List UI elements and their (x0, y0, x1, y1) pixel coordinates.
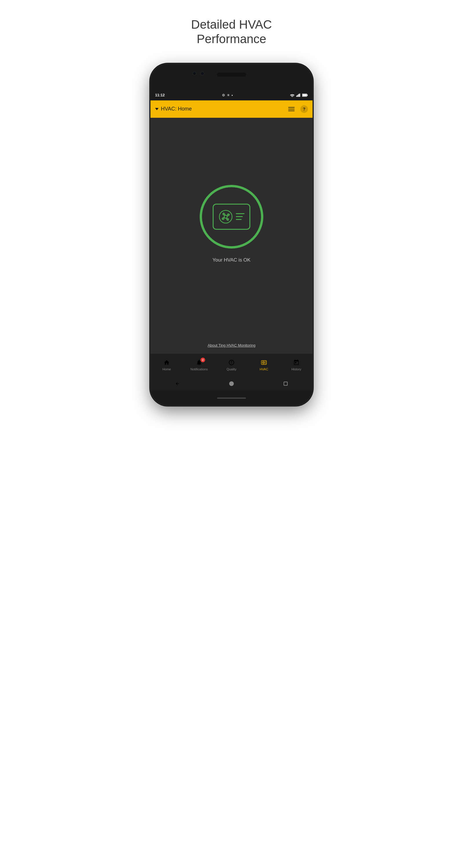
main-content: Your HVAC is OK About Ting HVAC Monitori… (151, 118, 312, 353)
dropdown-arrow-icon[interactable] (155, 108, 159, 110)
home-circle-icon (229, 381, 234, 386)
svg-point-11 (263, 362, 264, 363)
nav-item-quality[interactable]: Quality (215, 359, 248, 371)
back-button[interactable] (175, 381, 180, 386)
svg-rect-5 (307, 94, 308, 96)
system-nav (151, 376, 312, 391)
hvac-tab-icon (260, 359, 268, 366)
svg-rect-1 (297, 95, 298, 97)
front-camera (192, 71, 196, 75)
status-right-icons (290, 93, 308, 97)
home-nav-icon (163, 359, 171, 366)
phone-mockup: 11:12 ⚙ ✳ ▪ (151, 64, 312, 405)
wifi-icon (290, 93, 295, 97)
nav-item-home[interactable]: Home (151, 359, 183, 371)
hvac-nav-icon (260, 359, 268, 366)
svg-point-10 (262, 361, 265, 364)
menu-button[interactable] (288, 107, 295, 111)
status-bar: 11:12 ⚙ ✳ ▪ (151, 90, 312, 100)
hvac-status-text: Your HVAC is OK (212, 257, 250, 263)
svg-point-8 (224, 215, 227, 218)
app-bar-title: HVAC: Home (155, 106, 288, 112)
speaker (217, 73, 246, 77)
home-button[interactable] (228, 381, 235, 386)
hvac-fan-icon (218, 210, 233, 224)
svg-rect-6 (302, 94, 307, 96)
status-icons: ⚙ ✳ ▪ (222, 93, 233, 97)
quality-nav-icon (228, 359, 235, 366)
sim-icon: ▪ (232, 93, 233, 97)
page-title: Detailed HVACPerformance (191, 18, 272, 46)
notifications-nav-icon: 2 (195, 359, 203, 366)
history-nav-label: History (291, 368, 301, 371)
svg-rect-2 (298, 94, 299, 97)
svg-rect-0 (296, 95, 297, 97)
back-icon (175, 381, 180, 386)
recents-icon (284, 382, 288, 386)
status-time: 11:12 (155, 93, 165, 97)
app-bar: HVAC: Home ? (151, 100, 312, 118)
quality-nav-label: Quality (226, 368, 237, 371)
home-nav-label: Home (162, 368, 171, 371)
svg-point-7 (219, 210, 232, 223)
svg-rect-3 (299, 93, 300, 97)
nav-item-notifications[interactable]: 2 Notifications (183, 359, 215, 371)
nav-item-history[interactable]: History (280, 359, 312, 371)
settings-icon: ⚙ (222, 93, 225, 97)
hvac-status-container: Your HVAC is OK (200, 185, 263, 263)
hvac-circle[interactable] (200, 185, 263, 249)
calendar-icon (293, 359, 300, 366)
front-camera2 (200, 71, 204, 75)
asterisk-icon: ✳ (227, 93, 230, 97)
home-indicator (217, 398, 246, 399)
history-nav-icon (292, 359, 300, 366)
app-bar-actions: ? (288, 105, 308, 113)
hvac-icon-box (213, 204, 250, 230)
hvac-lines (236, 213, 245, 220)
about-link[interactable]: About Ting HVAC Monitoring (208, 343, 255, 347)
help-button[interactable]: ? (300, 105, 308, 113)
notification-badge: 2 (200, 358, 205, 362)
home-icon (163, 359, 170, 366)
phone-screen: 11:12 ⚙ ✳ ▪ (151, 90, 312, 391)
outlet-icon (228, 359, 235, 366)
notifications-nav-label: Notifications (190, 368, 208, 371)
signal-icon (296, 93, 300, 97)
nav-item-hvac[interactable]: HVAC (248, 359, 280, 371)
hvac-nav-label: HVAC (259, 368, 268, 371)
phone-top-bar (151, 64, 312, 90)
battery-icon (302, 93, 308, 97)
bottom-nav: Home 2 Notifications (151, 353, 312, 376)
recents-button[interactable] (283, 381, 288, 386)
phone-chin (151, 391, 312, 405)
